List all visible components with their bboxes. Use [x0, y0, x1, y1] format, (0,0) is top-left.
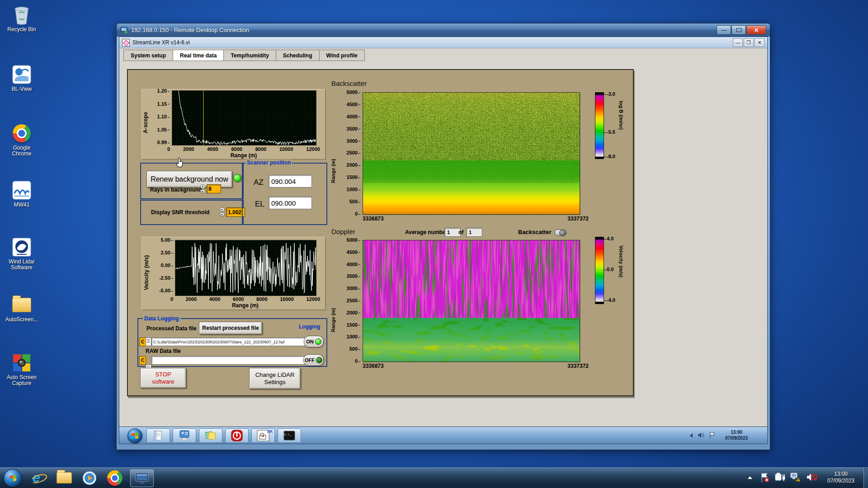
app-minimize-button[interactable]: —	[733, 38, 743, 47]
doppler-y-tick: 0	[355, 358, 360, 364]
app-close-button[interactable]: ✕	[755, 38, 764, 47]
rdp-maximize-button[interactable]	[731, 25, 746, 35]
backscatter-toggle-switch[interactable]	[555, 230, 566, 236]
ascope-y-tick: 1.10	[157, 114, 170, 119]
show-desktop-button[interactable]	[863, 468, 868, 488]
remote-taskbar-display-settings-icon[interactable]	[173, 428, 196, 443]
stop-software-button[interactable]: STOP software	[140, 368, 186, 388]
change-lidar-settings-button[interactable]: Change LiDAR Settings	[249, 368, 301, 389]
backscatter-title: Backscatter	[331, 80, 367, 87]
tab-system-setup[interactable]: System setup	[123, 50, 173, 61]
show-hidden-icons-arrow[interactable]	[748, 476, 752, 479]
doppler-y-tick: 3500	[347, 273, 360, 279]
doppler-cb-label: Velocity (m/s)	[618, 245, 624, 304]
doppler-cb-tick-bottom: -4.0	[604, 297, 615, 303]
rdp-window-title: 192.168.0.150 - Remote Desktop Connectio…	[131, 27, 714, 33]
doppler-y-ticks: 5000450040003500300025002000150010005000	[340, 237, 360, 364]
desktop-icon-autoscreen-folder[interactable]: AutoScreen...	[3, 295, 41, 323]
remote-taskbar-notepad-icon[interactable]	[146, 428, 170, 443]
remote-show-hidden-icons[interactable]	[690, 433, 693, 438]
rays-value-field[interactable]: 8	[207, 184, 221, 193]
processed-path-field[interactable]: C:\Lidar\Data\Proc\2023\202309\20230907\…	[151, 338, 305, 346]
mw41-icon	[11, 180, 32, 201]
doppler-y-tick: 5000	[347, 237, 360, 243]
backscatter-cb-label: log B (/m/sr)	[618, 101, 624, 160]
app-titlebar[interactable]: StreamLine XR v14-6.vi — ❐ ✕	[119, 37, 767, 48]
host-start-button[interactable]	[4, 469, 22, 487]
desktop-icon-auto-screen-capture[interactable]: Auto Screen Capture	[3, 352, 41, 386]
host-date: 07/09/2023	[820, 478, 862, 484]
desktop-icon-mw41[interactable]: MW41	[3, 180, 41, 208]
tab-wind-profile[interactable]: Wind profile	[319, 50, 365, 61]
desktop-icon-wind-lidar[interactable]: Wind Lidar Software	[3, 237, 41, 271]
backscatter-y-ticks: 5000450040003500300025002000150010005000	[340, 89, 360, 216]
backscatter-y-tick: 3500	[347, 126, 360, 131]
taskbar-media-player-icon[interactable]	[80, 469, 99, 486]
remote-clock[interactable]: 13:00 07/09/2023	[718, 429, 755, 441]
volume-muted-icon[interactable]	[807, 473, 817, 482]
doppler-y-tick: 4500	[347, 249, 360, 255]
rays-spinner[interactable]	[200, 184, 205, 193]
action-center-flag-icon[interactable]	[760, 473, 769, 483]
restart-processed-file-button[interactable]: Restart processed file	[199, 322, 262, 334]
taskbar-internet-explorer-icon[interactable]: e	[28, 469, 48, 486]
host-clock[interactable]: 13:00 07/09/2023	[820, 471, 862, 484]
remote-taskbar-stop-app-icon[interactable]	[225, 428, 249, 443]
desktop-icon-recycle-bin[interactable]: Recycle Bin	[3, 5, 41, 33]
tab-scheduling[interactable]: Scheduling	[276, 50, 319, 61]
desktop-icon-bl-view[interactable]: BL-View	[3, 64, 41, 92]
velocity-y-ticks: 5.002.500.00-2.50-5.00	[154, 237, 173, 293]
rdp-close-button[interactable]: ✕	[746, 25, 766, 35]
rdp-minimize-button[interactable]: —	[717, 25, 731, 35]
tab-real-time-data[interactable]: Real time data	[173, 50, 223, 61]
data-logging-title: Data Logging	[143, 315, 180, 322]
average-total-field[interactable]: 1	[466, 228, 482, 237]
ascope-plot	[172, 90, 316, 145]
remote-action-center-flag-icon[interactable]	[709, 432, 716, 439]
background-controls-box: Renew background now	[140, 163, 244, 199]
remote-taskbar-streamline-xr-icon[interactable]: XR	[251, 428, 275, 443]
taskbar-windows-explorer-icon[interactable]	[54, 469, 74, 486]
rdp-client-area: StreamLine XR v14-6.vi — ❐ ✕ System setu…	[119, 37, 768, 444]
taskbar-remote-desktop-icon[interactable]	[130, 469, 154, 487]
ascope-y-ticks: 1.201.151.101.050.99	[151, 88, 170, 145]
backscatter-y-tick: 4000	[347, 114, 360, 119]
velocity-y-tick: 5.00	[161, 237, 173, 243]
ascope-x-ticks: 020004000600080001000012000	[167, 146, 320, 152]
power-battery-icon[interactable]	[775, 473, 786, 482]
ascope-y-tick: 0.99	[157, 140, 170, 145]
az-value-field[interactable]: 090.004	[269, 175, 312, 188]
rays-in-background-label: Rays in background	[150, 187, 202, 193]
velocity-y-tick: -2.50	[159, 275, 173, 281]
tab-temp-humidity[interactable]: Temp/humidity	[223, 50, 275, 61]
desktop-icon-google-chrome[interactable]: Google Chrome	[3, 123, 41, 157]
velocity-y-axis-label: Velocity (m/s)	[143, 245, 150, 290]
ascope-x-tick: 0	[167, 146, 170, 152]
change-lidar-line2: Settings	[264, 379, 286, 386]
main-panel: A-scope 1.201.151.101.050.99 02000400060…	[127, 69, 634, 396]
processed-file-browse-icon[interactable]	[146, 338, 151, 346]
remote-taskbar-command-prompt-icon[interactable]: C:\_	[278, 428, 301, 443]
remote-volume-icon[interactable]	[698, 432, 705, 439]
el-value-field[interactable]: 090.000	[269, 197, 312, 209]
remote-start-button[interactable]	[127, 428, 142, 443]
processed-logging-toggle[interactable]: ON	[304, 336, 324, 347]
app-restore-button[interactable]: ❐	[744, 38, 754, 47]
rdp-titlebar[interactable]: 192.168.0.150 - Remote Desktop Connectio…	[117, 23, 770, 37]
backscatter-heatmap	[363, 92, 580, 215]
remote-taskbar-sticky-notes-icon[interactable]	[199, 428, 222, 443]
backscatter-y-tick: 0	[355, 211, 360, 216]
raw-path-field[interactable]	[151, 356, 305, 365]
network-warning-icon[interactable]	[790, 473, 801, 482]
taskbar-google-chrome-icon[interactable]	[105, 469, 125, 486]
processed-drive-badge[interactable]: C	[139, 338, 146, 346]
velocity-x-tick: 2000	[186, 296, 197, 302]
scanner-position-box: Scanner position AZ 090.004 EL 090.000	[242, 163, 327, 225]
snr-spinner[interactable]	[220, 207, 225, 216]
raw-logging-toggle[interactable]: OFF	[303, 354, 324, 366]
raw-drive-badge[interactable]: C	[139, 356, 146, 365]
doppler-y-tick: 500	[349, 346, 360, 352]
remote-taskbar: XR C:\_ 13:00 07/09/2023	[119, 427, 767, 444]
data-logging-box: Data Logging Processed Data file Restart…	[137, 318, 327, 367]
rdp-window: 192.168.0.150 - Remote Desktop Connectio…	[116, 23, 770, 450]
